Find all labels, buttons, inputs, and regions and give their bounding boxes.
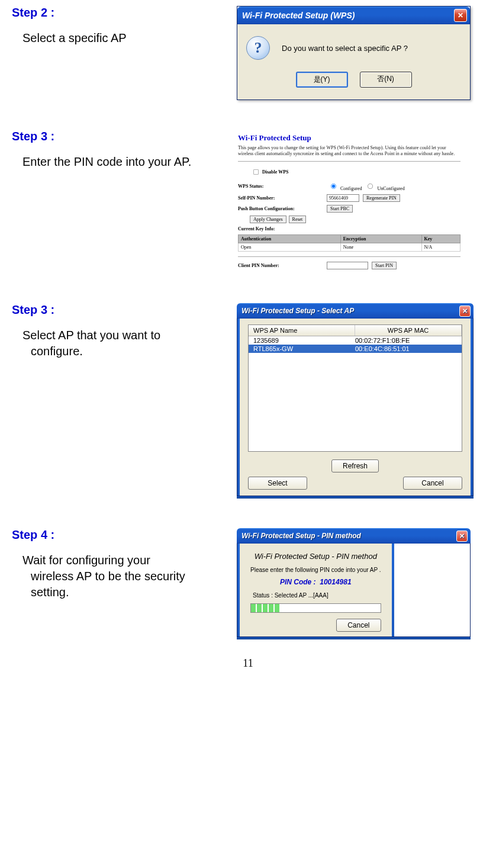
key-info-table: Authentication Encryption Key Open None … bbox=[238, 234, 460, 252]
wps-config-page: Wi-Fi Protected Setup This page allows y… bbox=[237, 130, 462, 274]
clientpin-input[interactable] bbox=[327, 262, 368, 269]
pin-method-dialog: Wi-Fi Protected Setup - PIN method ✕ Wi-… bbox=[237, 528, 471, 639]
th-enc: Encryption bbox=[340, 235, 421, 243]
no-button[interactable]: 否(N) bbox=[360, 72, 412, 88]
td-key: N/A bbox=[421, 243, 460, 252]
col-ap-mac[interactable]: WPS AP MAC bbox=[355, 325, 462, 336]
select-ap-title: Wi-Fi Protected Setup - Select AP bbox=[241, 307, 354, 315]
ap-list[interactable]: WPS AP Name WPS AP MAC 1235689 00:02:72:… bbox=[248, 324, 462, 452]
start-pin-button[interactable]: Start PIN bbox=[372, 262, 397, 269]
question-icon: ? bbox=[246, 36, 270, 60]
select-ap-titlebar: Wi-Fi Protected Setup - Select AP ✕ bbox=[237, 303, 474, 319]
cancel-button[interactable]: Cancel bbox=[336, 619, 381, 632]
th-auth: Authentication bbox=[239, 235, 341, 243]
cancel-button[interactable]: Cancel bbox=[403, 477, 462, 490]
pin-code: PIN Code : 10014981 bbox=[250, 578, 381, 586]
unconfigured-radio[interactable] bbox=[368, 184, 373, 189]
refresh-button[interactable]: Refresh bbox=[331, 459, 379, 472]
apply-changes-button[interactable]: Apply Changes bbox=[250, 216, 286, 223]
disable-wps-checkbox[interactable] bbox=[253, 169, 259, 175]
close-icon[interactable]: ✕ bbox=[456, 531, 468, 542]
list-item[interactable]: 1235689 00:02:72:F1:0B:FE bbox=[249, 336, 462, 345]
close-icon[interactable]: ✕ bbox=[459, 306, 471, 317]
step2-heading: Step 2 : bbox=[12, 6, 237, 20]
pin-heading: Wi-Fi Protected Setup - PIN method bbox=[250, 552, 381, 561]
wps-title: Wi-Fi Protected Setup bbox=[238, 133, 460, 143]
confirm-message: Do you want to select a specific AP ? bbox=[282, 44, 408, 53]
list-item[interactable]: RTL865x-GW 00:E0:4C:86:51:01 bbox=[249, 345, 462, 353]
pin-status: Status : Selected AP ...[AAA] bbox=[250, 592, 381, 599]
start-pbc-button[interactable]: Start PBC bbox=[327, 205, 353, 213]
pin-title: Wi-Fi Protected Setup - PIN method bbox=[241, 532, 361, 540]
regenerate-pin-button[interactable]: Regenerate PIN bbox=[363, 194, 400, 202]
step4-desc: Wait for configuring your wireless AP to… bbox=[22, 552, 237, 600]
progress-bar bbox=[250, 603, 381, 613]
yes-button[interactable]: 是(Y) bbox=[296, 72, 348, 88]
disable-wps-label: Disable WPS bbox=[262, 169, 289, 175]
step3a-heading: Step 3 : bbox=[12, 130, 237, 143]
selfpin-value: 95661469 bbox=[327, 194, 359, 202]
col-ap-name[interactable]: WPS AP Name bbox=[249, 325, 355, 336]
select-button[interactable]: Select bbox=[248, 477, 307, 490]
step2-desc: Select a specific AP bbox=[22, 30, 237, 46]
td-enc: None bbox=[340, 243, 421, 252]
wps-intro: This page allows you to change the setti… bbox=[238, 145, 460, 156]
selfpin-label: Self-PIN Number: bbox=[238, 195, 327, 201]
step3b-desc: Select AP that you want to configure. bbox=[22, 327, 237, 359]
configured-label: Configured bbox=[340, 186, 362, 191]
step3a-desc: Enter the PIN code into your AP. bbox=[22, 154, 237, 170]
unconfigured-label: UnConfigured bbox=[377, 186, 404, 191]
select-ap-dialog: Wi-Fi Protected Setup - Select AP ✕ WPS … bbox=[237, 303, 474, 499]
key-info-label: Current Key Info: bbox=[238, 226, 327, 232]
td-auth: Open bbox=[239, 243, 341, 252]
confirm-title: Wi-Fi Protected Setup (WPS) bbox=[242, 11, 355, 20]
confirm-titlebar: Wi-Fi Protected Setup (WPS) ✕ bbox=[237, 7, 470, 24]
reset-button[interactable]: Reset bbox=[289, 216, 307, 223]
close-icon[interactable]: ✕ bbox=[454, 9, 467, 22]
configured-radio[interactable] bbox=[331, 184, 336, 189]
confirm-dialog: Wi-Fi Protected Setup (WPS) ✕ ? Do you w… bbox=[237, 6, 471, 100]
step3b-heading: Step 3 : bbox=[12, 303, 237, 317]
pin-message: Please enter the following PIN code into… bbox=[250, 567, 381, 573]
pin-titlebar: Wi-Fi Protected Setup - PIN method ✕ bbox=[237, 528, 471, 544]
page-number: 11 bbox=[12, 657, 484, 670]
pbc-label: Push Button Configuration: bbox=[238, 206, 327, 211]
th-key: Key bbox=[421, 235, 460, 243]
step4-heading: Step 4 : bbox=[12, 528, 237, 542]
wps-status-label: WPS Status: bbox=[238, 184, 327, 189]
clientpin-label: Client PIN Number: bbox=[238, 263, 327, 268]
